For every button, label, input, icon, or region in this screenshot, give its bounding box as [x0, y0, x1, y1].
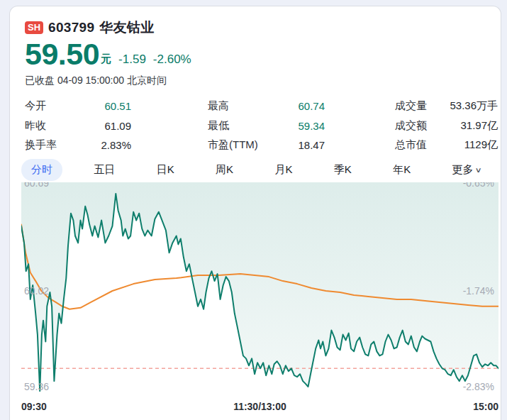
stat-market-cap: 总市值 1129亿: [395, 136, 498, 155]
stat-prev-close: 昨收 61.09: [25, 116, 131, 136]
tab-daily-k[interactable]: 日K: [147, 159, 184, 181]
stat-amount: 成交额 31.97亿: [395, 116, 498, 136]
stats-column-3: 成交量 53.36万手 成交额 31.97亿 总市值 1129亿: [395, 96, 498, 155]
tab-five-day[interactable]: 五日: [84, 159, 125, 181]
chart-period-tabs: 分时 五日 日K 周K 月K 季K 年K 更多 ∨: [21, 158, 491, 181]
chevron-down-icon: ∨: [474, 166, 481, 174]
market-status: 已收盘 04-09 15:00:00 北京时间: [25, 74, 167, 87]
stat-high: 最高 60.74: [208, 96, 325, 116]
stats-column-2: 最高 60.74 最低 59.34 市盈(TTM) 18.47: [208, 96, 325, 155]
stock-header: SH 603799 华友钴业: [25, 18, 154, 37]
tab-monthly-k[interactable]: 月K: [264, 159, 302, 181]
currency-unit: 元: [101, 52, 111, 66]
stat-low: 最低 59.34: [208, 116, 325, 136]
price-change: -1.59: [118, 52, 146, 67]
time-label-close: 15:00: [473, 401, 498, 412]
stats-grid: 今开 60.51 昨收 61.09 换手率 2.83% 最高 60.74 最低 …: [10, 96, 501, 156]
time-label-midday: 11:30/13:00: [21, 401, 498, 412]
current-price: 59.50: [25, 39, 99, 70]
stat-open: 今开 60.51: [25, 96, 131, 116]
stat-turnover-rate: 换手率 2.83%: [25, 136, 131, 155]
tab-quarterly-k[interactable]: 季K: [324, 159, 362, 181]
price-change-percent: -2.60%: [153, 52, 191, 67]
stock-code: 603799: [48, 20, 94, 35]
time-label-open: 09:30: [21, 401, 47, 412]
intraday-chart[interactable]: 60.69 -0.65% 60.02 -1.74% 59.36 -2.83%: [21, 182, 498, 397]
stat-pe-ttm: 市盈(TTM) 18.47: [208, 136, 325, 155]
stat-volume: 成交量 53.36万手: [395, 96, 498, 116]
tab-weekly-k[interactable]: 周K: [206, 159, 243, 181]
chart-canvas[interactable]: [21, 182, 498, 397]
tab-yearly-k[interactable]: 年K: [383, 159, 420, 181]
stock-card: SH 603799 华友钴业 59.50 元 -1.59 -2.60% 已收盘 …: [9, 6, 501, 420]
stock-name: 华友钴业: [99, 18, 154, 37]
time-axis: 11:30/13:00 09:30 15:00: [21, 401, 498, 415]
tab-more[interactable]: 更多 ∨: [442, 159, 491, 181]
stats-column-1: 今开 60.51 昨收 61.09 换手率 2.83%: [25, 96, 131, 155]
price-row: 59.50 元 -1.59 -2.60%: [25, 39, 191, 70]
tab-minute[interactable]: 分时: [21, 159, 62, 181]
exchange-badge: SH: [25, 21, 43, 33]
